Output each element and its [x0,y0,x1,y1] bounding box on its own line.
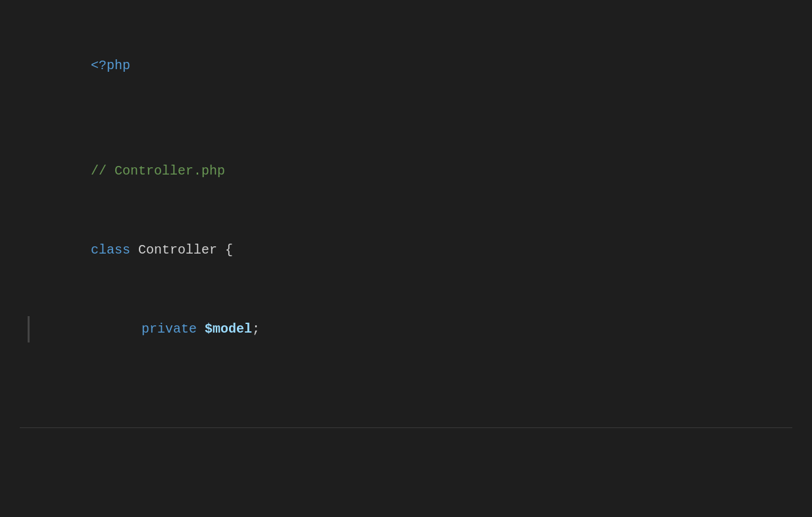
code-line-8: public function __construct($model) { [20,422,792,428]
code-line-2 [20,105,792,132]
code-line-7 [20,395,792,422]
code-line-3: // Controller.php [20,132,792,211]
class-name: Controller { [138,242,233,258]
code-line-6 [20,369,792,395]
comment-text: // Controller.php [91,163,225,178]
code-line-1: <?php [20,26,792,105]
keyword-class: class [91,242,138,258]
editor-container: <?php // Controller.php class Controller… [0,0,812,517]
php-open-tag: <?php [91,58,130,73]
code-area[interactable]: <?php // Controller.php class Controller… [20,20,792,428]
variable-model: $model [205,321,252,337]
semicolon-1: ; [252,321,260,337]
code-line-5: private $model; [20,290,792,369]
code-line-4: class Controller { [20,211,792,290]
bottom-area [20,428,792,517]
keyword-private: private [141,321,205,337]
